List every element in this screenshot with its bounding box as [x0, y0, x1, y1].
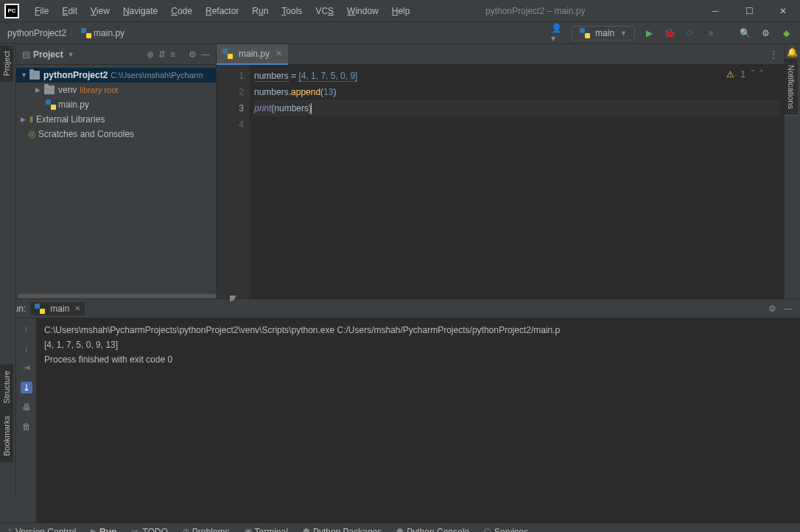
- tree-arrow-icon[interactable]: ▼: [21, 71, 28, 79]
- ide-brand-icon[interactable]: ◆: [779, 27, 793, 40]
- console-line: C:\Users\mshah\PycharmProjects\pythonPro…: [44, 323, 793, 337]
- line-gutter[interactable]: 1 2 3 4: [217, 65, 250, 298]
- warning-count: 1: [740, 69, 745, 80]
- problems-icon: ⊘: [183, 527, 189, 532]
- tree-arrow-icon[interactable]: ▶: [35, 86, 43, 94]
- close-tab-icon[interactable]: ✕: [74, 304, 80, 312]
- run-settings-icon[interactable]: ⚙: [768, 304, 776, 314]
- title-bar: PC File Edit View Navigate Code Refactor…: [0, 0, 800, 22]
- scroll-end-icon[interactable]: ⤓: [21, 382, 32, 393]
- minimize-button[interactable]: ─: [698, 0, 732, 22]
- down-icon[interactable]: ↓: [24, 343, 29, 354]
- branch-icon: ᛉ: [7, 528, 13, 533]
- panel-settings-icon[interactable]: ⚙: [189, 49, 197, 60]
- maximize-button[interactable]: ☐: [732, 0, 766, 22]
- notifications-indicator-icon[interactable]: 🔔: [785, 44, 800, 59]
- hide-panel-icon[interactable]: —: [201, 49, 210, 60]
- venv-name: venv: [58, 85, 77, 95]
- close-button[interactable]: ✕: [766, 0, 800, 22]
- project-tool-button[interactable]: Project: [0, 44, 13, 82]
- crumb-file[interactable]: main.py: [94, 28, 124, 38]
- tab-problems[interactable]: ⊘Problems: [183, 527, 230, 533]
- tab-terminal[interactable]: ▣Terminal: [245, 527, 288, 533]
- tab-services[interactable]: ⬡Services: [484, 527, 528, 533]
- debug-button[interactable]: 🐞: [663, 27, 676, 40]
- expand-all-icon[interactable]: ⇵: [158, 49, 166, 60]
- tab-todo[interactable]: ≔TODO: [131, 527, 167, 533]
- next-ann-icon[interactable]: ˇ: [760, 69, 763, 80]
- file-name: main.py: [58, 99, 89, 110]
- editor-body[interactable]: 1 2 3 4 numbers = [4, 1, 7, 5, 0, 9] num…: [217, 65, 784, 298]
- tree-arrow-icon[interactable]: ▶: [21, 116, 28, 123]
- tab-python-packages[interactable]: ⬢Python Packages: [303, 527, 382, 533]
- python-file-icon: [46, 99, 56, 110]
- search-icon[interactable]: 🔍: [738, 27, 751, 40]
- prev-ann-icon[interactable]: ˆ: [751, 69, 754, 80]
- tree-external-libs[interactable]: ▶ ⫴ External Libraries: [16, 112, 216, 127]
- stop-button[interactable]: ■: [704, 27, 717, 40]
- menu-navigate[interactable]: Navigate: [116, 3, 164, 19]
- menu-file[interactable]: File: [28, 3, 55, 19]
- run-tab-label: main: [50, 304, 69, 314]
- nav-bar: pythonProject2 〉 main.py 👤▾ main ▼ ▶ 🐞 ⟳…: [0, 22, 800, 44]
- trash-icon[interactable]: 🗑: [22, 421, 31, 432]
- folder-icon: [29, 71, 40, 80]
- terminal-icon: ▣: [245, 527, 252, 532]
- scrollbar[interactable]: [18, 294, 217, 298]
- project-tree[interactable]: ▼ pythonProject2 C:\Users\mshah\Pycharm …: [16, 65, 216, 144]
- tree-scratches[interactable]: ◎ Scratches and Consoles: [16, 127, 216, 141]
- tab-version-control[interactable]: ᛉVersion Control: [7, 527, 76, 533]
- settings-icon[interactable]: ⚙: [759, 27, 772, 40]
- console-output[interactable]: C:\Users\mshah\PycharmProjects\pythonPro…: [37, 318, 800, 522]
- tab-label: main.py: [239, 49, 270, 59]
- run-config-selector[interactable]: main ▼: [572, 26, 635, 41]
- menu-edit[interactable]: Edit: [55, 3, 84, 19]
- coverage-button[interactable]: ⟳: [684, 27, 697, 40]
- left-tool-gutter-lower: Structure Bookmarks: [0, 298, 16, 499]
- soft-wrap-icon[interactable]: ⇥: [23, 363, 30, 373]
- select-opened-icon[interactable]: ⊕: [147, 49, 154, 60]
- bookmarks-tool-button[interactable]: Bookmarks: [0, 410, 13, 462]
- pycharm-logo-icon: PC: [4, 4, 19, 18]
- run-config-name: main: [595, 28, 614, 38]
- bottom-tool-tabs: ᛉVersion Control ▶Run ≔TODO ⊘Problems ▣T…: [0, 522, 800, 532]
- tab-python-console[interactable]: ⬢Python Console: [396, 527, 469, 533]
- hide-run-icon[interactable]: —: [784, 304, 793, 314]
- collapse-all-icon[interactable]: ≡: [170, 49, 175, 60]
- menu-refactor[interactable]: Refactor: [199, 3, 245, 19]
- editor-tab-main[interactable]: main.py ✕: [217, 44, 288, 65]
- crumb-project[interactable]: pythonProject2: [7, 28, 66, 38]
- menu-tools[interactable]: Tools: [275, 3, 309, 19]
- print-icon[interactable]: 🖶: [22, 402, 31, 413]
- tree-main-file[interactable]: main.py: [16, 97, 216, 112]
- menu-view[interactable]: View: [84, 3, 116, 19]
- menu-code[interactable]: Code: [164, 3, 199, 19]
- services-icon: ⬡: [484, 527, 491, 532]
- up-icon[interactable]: ↑: [24, 324, 29, 335]
- inspection-widget[interactable]: ⚠ 1 ˆ ˇ: [726, 69, 763, 80]
- console-line: [4, 1, 7, 5, 0, 9, 13]: [44, 337, 793, 352]
- chevron-down-icon: ▼: [620, 29, 627, 37]
- menu-vcs[interactable]: VCS: [309, 3, 340, 19]
- tab-run[interactable]: ▶Run: [91, 527, 116, 533]
- notifications-tool-button[interactable]: Notifications: [785, 59, 798, 116]
- scratches-label: Scratches and Consoles: [38, 129, 134, 139]
- console-icon: ⬢: [396, 527, 404, 532]
- user-icon[interactable]: 👤▾: [551, 27, 564, 40]
- structure-tool-button[interactable]: Structure: [0, 365, 13, 410]
- close-tab-icon[interactable]: ✕: [276, 49, 282, 58]
- python-icon: [35, 304, 45, 314]
- project-panel-title[interactable]: Project: [33, 49, 63, 60]
- run-header: Run: main ✕ ⚙ —: [0, 299, 800, 318]
- run-tab-main[interactable]: main ✕: [30, 302, 85, 315]
- run-button[interactable]: ▶: [642, 27, 656, 40]
- right-tool-gutter: 🔔 Notifications: [784, 44, 800, 298]
- tree-project-root[interactable]: ▼ pythonProject2 C:\Users\mshah\Pycharm: [16, 68, 216, 83]
- editor-more-icon[interactable]: ⋮: [769, 49, 784, 60]
- menu-run[interactable]: Run: [245, 3, 275, 19]
- code-area[interactable]: numbers = [4, 1, 7, 5, 0, 9] numbers.app…: [250, 65, 784, 298]
- tree-venv[interactable]: ▶ venv library root: [16, 83, 216, 97]
- python-file-icon: [81, 28, 91, 38]
- editor-area: main.py ✕ ⋮ 1 2 3 4 numbers = [4, 1, 7, …: [217, 44, 784, 298]
- chevron-down-icon[interactable]: ▼: [68, 51, 74, 58]
